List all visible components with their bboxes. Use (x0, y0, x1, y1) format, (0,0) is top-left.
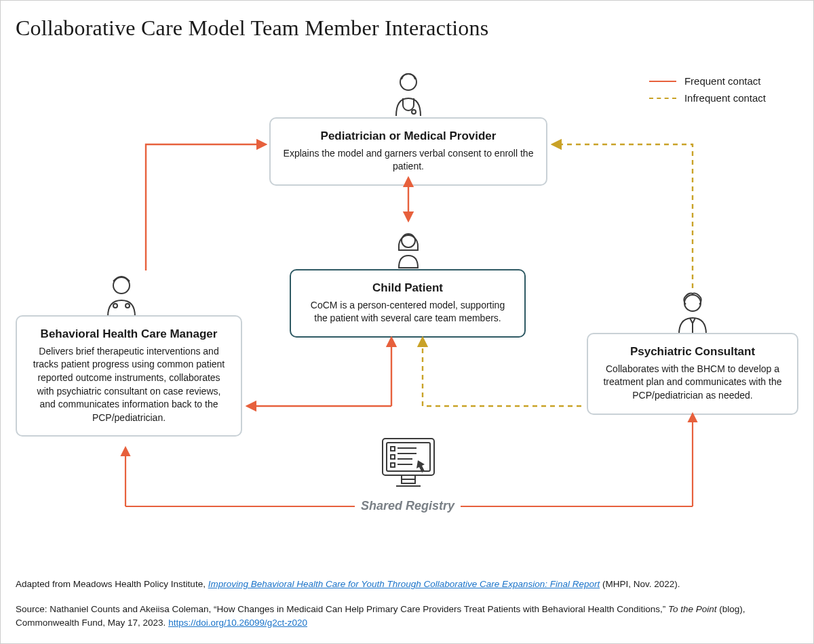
bhcm-icon (97, 272, 146, 322)
psych-consultant-title: Psychiatric Consultant (600, 344, 785, 360)
child-patient-desc: CoCM is a person-centered model, support… (303, 299, 512, 325)
bhcm-desc: Delivers brief therapeutic interventions… (29, 345, 229, 425)
pediatrician-title: Pediatrician or Medical Provider (283, 128, 534, 144)
registry-icon (377, 435, 440, 496)
footer-adapted-suffix: (MHPI, Nov. 2022). (602, 579, 680, 589)
pediatrician-icon (384, 68, 433, 124)
child-patient-title: Child Patient (303, 280, 512, 296)
child-patient-icon (384, 224, 433, 276)
footer-notes: Adapted from Meadows Health Policy Insti… (16, 578, 798, 630)
legend-frequent: Frequent contact (649, 75, 766, 87)
pediatrician-desc: Explains the model and garners verbal co… (283, 147, 534, 174)
svg-point-1 (412, 110, 416, 114)
legend-infrequent-label: Infrequent contact (684, 92, 766, 104)
svg-point-3 (113, 304, 117, 308)
svg-rect-14 (391, 455, 395, 459)
edge-psych-pediatrician-infrequent (553, 144, 693, 288)
psych-consultant-desc: Collaborates with the BHCM to develop a … (600, 363, 785, 403)
shared-registry-label: Shared Registry (360, 499, 455, 513)
legend-line-frequent-icon (649, 81, 676, 82)
footer-source-pub: To the Point (668, 604, 717, 614)
bhcm-node: Behavioral Health Care Manager Delivers … (16, 315, 242, 437)
footer-adapted-link[interactable]: Improving Behavioral Health Care for You… (208, 579, 600, 589)
legend-infrequent: Infrequent contact (649, 92, 766, 104)
psych-consultant-icon (668, 289, 717, 340)
legend-frequent-label: Frequent contact (684, 75, 761, 87)
edge-bhcm-pediatrician-frequent (146, 144, 265, 270)
psych-consultant-node: Psychiatric Consultant Collaborates with… (587, 333, 798, 415)
legend: Frequent contact Infrequent contact (649, 75, 766, 109)
svg-rect-15 (391, 463, 395, 467)
footer-source-url[interactable]: https://doi.org/10.26099/g2ct-z020 (168, 618, 307, 628)
legend-line-infrequent-icon (649, 98, 676, 99)
svg-rect-13 (391, 447, 395, 451)
svg-point-4 (125, 304, 130, 308)
footer-source-prefix: Source: Nathaniel Counts and Akeiisa Col… (16, 604, 668, 614)
pediatrician-node: Pediatrician or Medical Provider Explain… (269, 117, 547, 186)
svg-point-6 (684, 295, 701, 311)
diagram-title: Collaborative Care Model Team Member Int… (16, 16, 488, 41)
child-patient-node: Child Patient CoCM is a person-centered … (290, 269, 526, 338)
bhcm-title: Behavioral Health Care Manager (29, 326, 229, 342)
footer-adapted-prefix: Adapted from Meadows Health Policy Insti… (16, 579, 208, 589)
